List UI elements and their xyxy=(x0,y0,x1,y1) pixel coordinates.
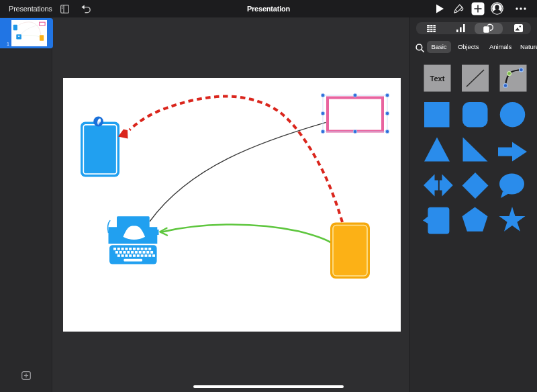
svg-text:Text: Text xyxy=(430,75,445,83)
